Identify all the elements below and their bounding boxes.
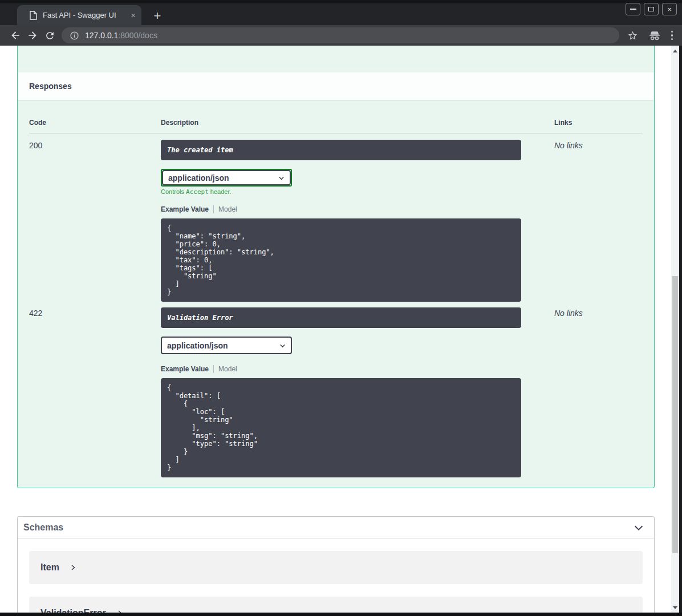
tab-model[interactable]: Model (218, 365, 237, 373)
reload-button[interactable] (41, 27, 58, 43)
swagger-page: Responses Code Description Links 200 The… (0, 46, 671, 613)
url-text: 127.0.0.1:8000/docs (85, 31, 157, 40)
media-type-select-wrap: application/json (161, 337, 292, 354)
accept-header-note: Controls Accept header. (161, 188, 521, 196)
tab-separator (213, 365, 214, 373)
opblock-spacer (18, 46, 654, 72)
window-bottom-border (0, 613, 682, 616)
response-links: No links (537, 140, 644, 302)
example-json-block: { "detail": [ { "loc": [ "string" ], "ms… (161, 378, 521, 477)
bookmark-star-icon[interactable] (627, 30, 638, 41)
example-json-block: { "name": "string", "price": 0, "descrip… (161, 218, 521, 302)
forward-arrow-icon (27, 30, 38, 41)
response-links: No links (537, 307, 644, 477)
back-arrow-icon (10, 30, 21, 41)
responses-title: Responses (29, 82, 72, 91)
schemas-body: Item ValidationError (18, 538, 654, 613)
window-controls: × (626, 3, 677, 15)
response-code: 422 (29, 307, 161, 477)
tab-title: Fast API - Swagger UI (43, 11, 126, 19)
minimize-button[interactable] (626, 3, 640, 15)
media-type-select[interactable]: application/json (161, 337, 292, 354)
window-right-border (679, 46, 682, 613)
page-content: Responses Code Description Links 200 The… (0, 46, 682, 613)
scrollbar-down-arrow-icon[interactable] (671, 603, 679, 611)
model-row-validationerror[interactable]: ValidationError (29, 597, 643, 613)
tab-separator (213, 205, 214, 213)
maximize-icon (648, 7, 654, 11)
site-info-icon[interactable] (70, 31, 79, 40)
response-description-box: Validation Error (161, 307, 521, 328)
column-description: Description (161, 119, 537, 127)
response-description-box: The created item (161, 140, 521, 160)
column-code: Code (29, 119, 161, 127)
url-bar[interactable]: 127.0.0.1:8000/docs (62, 27, 619, 43)
reload-icon (44, 30, 55, 41)
response-description-cell: The created item application/json Co (161, 140, 537, 302)
model-row-item[interactable]: Item (29, 551, 643, 584)
tab-strip: Fast API - Swagger UI × + × (0, 0, 682, 25)
chevron-right-icon (70, 564, 76, 571)
forward-button[interactable] (24, 27, 41, 43)
new-tab-button[interactable]: + (149, 8, 165, 24)
schemas-section: Schemas Item ValidationError (17, 516, 655, 613)
responses-section-header: Responses (18, 72, 654, 100)
example-model-tabs: Example Value Model (161, 365, 521, 373)
browser-toolbar: 127.0.0.1:8000/docs (0, 25, 682, 46)
close-button[interactable]: × (662, 3, 677, 15)
tab-example-value[interactable]: Example Value (161, 365, 209, 373)
response-row-422: 422 Validation Error application/json (29, 302, 643, 477)
back-button[interactable] (7, 27, 24, 43)
schemas-title: Schemas (23, 522, 632, 533)
browser-window: Fast API - Swagger UI × + × 127.0.0.1:80… (0, 0, 682, 616)
schemas-header[interactable]: Schemas (18, 517, 654, 538)
model-name: Item (40, 562, 59, 573)
scrollbar-thumb[interactable] (672, 276, 678, 553)
browser-menu-icon[interactable] (671, 31, 673, 40)
document-favicon-icon (30, 11, 37, 20)
column-links: Links (537, 119, 644, 127)
tab-model[interactable]: Model (218, 205, 237, 213)
media-type-select-wrap: application/json (161, 169, 292, 187)
example-model-tabs: Example Value Model (161, 205, 521, 213)
model-name: ValidationError (40, 608, 106, 613)
responses-table-header: Code Description Links (29, 100, 643, 133)
media-type-select[interactable]: application/json (162, 170, 291, 185)
tab-example-value[interactable]: Example Value (161, 205, 209, 213)
scrollbar-up-arrow-icon[interactable] (671, 47, 679, 55)
incognito-profile-icon[interactable] (648, 30, 661, 41)
maximize-button[interactable] (644, 3, 659, 15)
browser-tab[interactable]: Fast API - Swagger UI × (17, 5, 141, 25)
responses-table: Code Description Links 200 The created i… (29, 100, 643, 477)
page-scrollbar[interactable] (671, 46, 679, 613)
response-description-cell: Validation Error application/json (161, 307, 537, 477)
response-code: 200 (29, 140, 161, 302)
post-opblock: Responses Code Description Links 200 The… (17, 46, 655, 488)
chevron-down-icon[interactable] (632, 521, 645, 534)
tab-close-icon[interactable]: × (131, 10, 136, 20)
minimize-icon (630, 9, 636, 10)
toolbar-right-icons (627, 30, 676, 41)
response-row-200: 200 The created item application/json (29, 133, 643, 302)
